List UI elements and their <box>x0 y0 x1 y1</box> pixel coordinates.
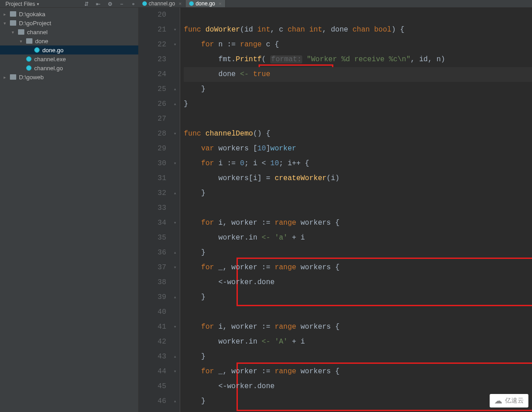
close-icon[interactable]: × <box>219 1 222 6</box>
fold-marker-icon[interactable]: ▾ <box>170 216 180 231</box>
fold-marker-icon[interactable]: ▴ <box>170 349 180 364</box>
fold-gutter[interactable]: ▾▾▴▴▾▾▴▾▴▾▴▾▴▾▴ <box>170 8 180 412</box>
fold-marker-icon[interactable]: ▴ <box>170 186 180 201</box>
code-token: for <box>201 159 218 168</box>
code-line[interactable]: for _, worker := range workers { <box>184 260 532 275</box>
code-line[interactable]: worker.in <- 'a' + i <box>184 231 532 245</box>
tree-row[interactable]: channel.exe <box>0 54 138 63</box>
tree-item-label: done.go <box>42 47 64 54</box>
go-file-icon <box>34 47 40 53</box>
code-line[interactable]: <-worker.done <box>184 379 532 394</box>
gear-icon[interactable]: ⚙ <box>107 1 113 7</box>
project-files-dropdown[interactable]: Project Files ▾ <box>0 0 39 8</box>
fold-marker-icon[interactable]: ▴ <box>170 290 180 305</box>
fold-marker-icon[interactable]: ▾ <box>170 37 180 52</box>
code-line[interactable]: workers[i] = createWorker(i) <box>184 171 532 186</box>
tree-arrow-icon[interactable] <box>12 30 17 35</box>
cloud-icon: ☁ <box>494 396 502 406</box>
code-line[interactable]: } <box>184 97 532 112</box>
tree-arrow-icon[interactable] <box>20 39 25 44</box>
project-sidebar: Project Files ▾ ⇵ ⇤ ⚙ − ⚬ D:\gokakaD:\go… <box>0 8 139 412</box>
code-token: ; i++ { <box>279 159 309 168</box>
tree-arrow-icon[interactable] <box>4 75 9 80</box>
editor-tab[interactable]: channel.go× <box>139 0 186 7</box>
fold-marker-icon[interactable]: ▾ <box>170 127 180 141</box>
fold-marker-icon[interactable]: ▴ <box>170 245 180 260</box>
scroll-from-source-icon[interactable]: ⇵ <box>83 1 90 7</box>
editor-tabs: channel.go×done.go× <box>139 0 532 8</box>
line-number: 43 <box>139 349 166 364</box>
line-number: 24 <box>139 67 166 82</box>
code-line[interactable]: done <- true <box>184 67 532 82</box>
fold-marker-icon[interactable]: ▾ <box>170 23 180 37</box>
code-token: 0 <box>240 159 245 168</box>
code-line[interactable]: for i, worker := range workers { <box>184 216 532 231</box>
fold-marker-icon[interactable]: ▾ <box>170 260 180 275</box>
code-line[interactable]: } <box>184 186 532 201</box>
code-editor[interactable]: 2021222324252627282930313233343536373839… <box>139 8 532 412</box>
code-token: chan bool <box>352 26 391 34</box>
editor-tab[interactable]: done.go× <box>186 0 226 7</box>
fold-marker-icon <box>170 275 180 290</box>
fold-marker-icon <box>170 379 180 394</box>
code-line[interactable]: func doWorker(id int, c chan int, done c… <box>184 23 532 37</box>
code-token: range <box>240 41 266 49</box>
code-token: _, worker := <box>218 263 275 272</box>
fold-marker-icon[interactable]: ▴ <box>170 394 180 409</box>
fold-marker-icon[interactable]: ▾ <box>170 320 180 335</box>
code-token: 'a' <box>275 234 288 242</box>
tree-row[interactable]: channel <box>0 27 138 36</box>
project-tree[interactable]: D:\gokakaD:\goProjectchanneldonedone.goc… <box>0 8 138 81</box>
fold-marker-icon[interactable]: ▾ <box>170 364 180 379</box>
close-icon[interactable]: × <box>179 1 182 6</box>
code-token: i, worker := <box>218 219 275 227</box>
code-token: c { <box>266 41 279 49</box>
code-line[interactable]: for i := 0; i < 10; i++ { <box>184 156 532 171</box>
code-line[interactable]: } <box>184 290 532 305</box>
code-line[interactable]: for i, worker := range workers { <box>184 320 532 335</box>
code-line[interactable] <box>184 305 532 320</box>
tree-row[interactable]: D:\goProject <box>0 18 138 27</box>
code-token: format: <box>270 55 302 63</box>
fold-marker-icon[interactable]: ▾ <box>170 156 180 171</box>
fold-marker-icon[interactable]: ▴ <box>170 82 180 97</box>
fold-marker-icon <box>170 231 180 245</box>
tree-row[interactable]: done <box>0 36 138 45</box>
go-file-icon <box>142 1 147 6</box>
fold-marker-icon <box>170 8 180 23</box>
tree-row[interactable]: done.go <box>0 45 138 54</box>
code-line[interactable]: } <box>184 394 532 409</box>
fold-marker-icon[interactable]: ▴ <box>170 97 180 112</box>
code-area[interactable]: func doWorker(id int, c chan int, done c… <box>180 8 532 412</box>
collapse-icon[interactable]: ⇤ <box>95 1 101 7</box>
code-token: + i <box>287 234 305 242</box>
code-line[interactable] <box>184 201 532 216</box>
code-line[interactable]: <-worker.done <box>184 275 532 290</box>
tree-arrow-icon[interactable] <box>4 21 9 26</box>
code-line[interactable]: } <box>184 82 532 97</box>
code-line[interactable]: for n := range c { <box>184 37 532 52</box>
code-line[interactable]: } <box>184 245 532 260</box>
tree-row[interactable]: D:\goweb <box>0 72 138 81</box>
tree-row[interactable]: D:\gokaka <box>0 9 138 18</box>
tree-row[interactable]: channel.go <box>0 63 138 72</box>
code-token <box>184 159 201 168</box>
code-line[interactable]: var workers [10]worker <box>184 141 532 156</box>
line-number: 41 <box>139 320 166 335</box>
code-line[interactable]: worker.in <- 'A' + i <box>184 335 532 349</box>
hide-icon[interactable]: − <box>118 1 125 7</box>
code-line[interactable]: for _, worker := range workers { <box>184 364 532 379</box>
code-line[interactable] <box>184 112 532 127</box>
chevron-down-icon: ▾ <box>37 2 39 6</box>
drive-icon <box>10 74 16 80</box>
fold-marker-icon <box>170 201 180 216</box>
code-line[interactable]: } <box>184 349 532 364</box>
tree-arrow-icon[interactable] <box>4 12 9 17</box>
code-line[interactable]: func channelDemo() { <box>184 127 532 141</box>
fold-marker-icon <box>170 141 180 156</box>
extra-icon[interactable]: ⚬ <box>130 1 136 7</box>
code-line[interactable] <box>184 8 532 23</box>
code-line[interactable]: fmt.Printf( format: "Worker %d receive %… <box>184 52 532 67</box>
code-token: i, worker := <box>218 323 275 331</box>
watermark: ☁ 亿速云 <box>490 394 528 407</box>
